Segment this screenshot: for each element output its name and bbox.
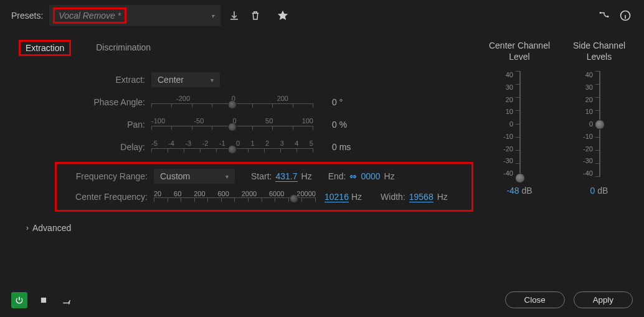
presets-dropdown[interactable]: Vocal Remove * ▾ xyxy=(49,5,220,26)
topbar: Presets: Vocal Remove * ▾ xyxy=(0,0,644,34)
loop-icon[interactable] xyxy=(60,293,75,308)
center-db-value[interactable]: -48 dB xyxy=(506,186,532,196)
cf-unit: Hz xyxy=(351,192,362,202)
pan-value[interactable]: 0 % xyxy=(332,120,376,130)
delay-value[interactable]: 0 ms xyxy=(332,142,376,152)
chevron-down-icon: ▾ xyxy=(211,12,214,19)
cf-slider[interactable]: 20 60 200 600 2000 6000 20000 xyxy=(154,190,316,204)
tick: 20000 xyxy=(296,190,316,197)
end-unit: Hz xyxy=(384,171,395,181)
tick: 1 xyxy=(251,140,255,147)
advanced-label: Advanced xyxy=(32,223,71,233)
extract-label: Extract: xyxy=(11,75,151,85)
preset-value: Vocal Remove * xyxy=(53,7,126,24)
slider-knob[interactable] xyxy=(228,123,237,131)
routing-icon[interactable] xyxy=(597,8,612,23)
tick: 50 xyxy=(265,117,273,125)
right-column: Center Channel Level 40 30 20 10 0 -10 -… xyxy=(486,34,633,244)
center-channel-level: Center Channel Level 40 30 20 10 0 -10 -… xyxy=(486,40,553,244)
extract-dropdown[interactable]: Center ▾ xyxy=(151,72,220,87)
tick: 200 xyxy=(277,95,288,102)
tick: 4 xyxy=(295,140,298,147)
tick: -40 xyxy=(498,169,513,177)
chevron-down-icon: ▾ xyxy=(225,173,229,180)
row-frequency-range: Frequency Range: Custom ▾ Start: 431.7 H… xyxy=(62,169,466,184)
svg-point-0 xyxy=(600,12,601,14)
phase-value[interactable]: 0 ° xyxy=(332,97,376,107)
freq-range-dropdown[interactable]: Custom ▾ xyxy=(154,169,235,184)
freq-range-label: Frequency Range: xyxy=(62,171,154,181)
close-button[interactable]: Close xyxy=(505,291,565,308)
tick: -2 xyxy=(202,140,209,147)
slider-knob[interactable] xyxy=(228,145,237,154)
tick: -4 xyxy=(168,140,174,147)
main-area: Extraction Discrimination Extract: Cente… xyxy=(0,34,644,244)
tick: 20 xyxy=(154,190,161,197)
bottombar: Close Apply xyxy=(0,285,644,317)
cf-value[interactable]: 10216 xyxy=(324,192,349,202)
tick: 200 xyxy=(194,190,205,197)
row-extract: Extract: Center ▾ xyxy=(11,72,473,87)
slider-knob[interactable] xyxy=(515,173,525,183)
advanced-toggle[interactable]: › Advanced xyxy=(11,212,473,244)
tick: 30 xyxy=(498,83,513,91)
tabs: Extraction Discrimination xyxy=(11,40,473,56)
side-level-title: Side Channel Levels xyxy=(566,40,633,64)
delay-slider[interactable]: -5 -4 -3 -2 -1 0 1 2 3 4 5 xyxy=(151,140,313,154)
tick: -40 xyxy=(578,169,593,177)
tick: 100 xyxy=(302,117,313,125)
tick: -20 xyxy=(578,145,593,153)
db-unit: dB xyxy=(597,186,608,196)
apply-button[interactable]: Apply xyxy=(574,291,633,308)
chevron-down-icon: ▾ xyxy=(211,77,214,83)
info-icon[interactable] xyxy=(618,8,633,23)
phase-label: Phase Angle: xyxy=(11,97,151,107)
tick: -1 xyxy=(219,140,225,147)
favorite-icon[interactable] xyxy=(275,8,290,23)
start-label: Start: xyxy=(251,171,272,181)
db-unit: dB xyxy=(522,186,533,196)
tick: -5 xyxy=(151,140,158,147)
tick: 0 xyxy=(236,140,240,147)
start-unit: Hz xyxy=(301,171,312,181)
tick: -200 xyxy=(176,95,190,102)
tab-extraction[interactable]: Extraction xyxy=(19,40,71,56)
end-value[interactable]: 0000 xyxy=(361,171,380,181)
pan-label: Pan: xyxy=(11,120,151,130)
tick: 60 xyxy=(174,190,181,197)
tick: -10 xyxy=(498,133,513,140)
db-number: -48 xyxy=(506,186,519,196)
width-value[interactable]: 19568 xyxy=(409,192,433,202)
slider-knob[interactable] xyxy=(595,120,605,130)
tick: 30 xyxy=(578,83,593,91)
tab-discrimination[interactable]: Discrimination xyxy=(92,40,154,56)
start-value[interactable]: 431.7 xyxy=(275,171,297,182)
side-level-slider[interactable]: 40 30 20 10 0 -10 -20 -30 -40 xyxy=(587,71,612,177)
db-number: 0 xyxy=(590,186,595,196)
slider-knob[interactable] xyxy=(290,194,298,203)
tick: -3 xyxy=(185,140,191,147)
phase-slider[interactable]: -200 0 200 xyxy=(151,95,313,110)
tick: 0 xyxy=(578,120,593,128)
center-level-title: Center Channel Level xyxy=(486,40,553,64)
tick: 40 xyxy=(578,71,593,78)
center-level-slider[interactable]: 40 30 20 10 0 -10 -20 -30 -40 xyxy=(507,71,532,177)
tick: -10 xyxy=(578,133,593,140)
save-preset-icon[interactable] xyxy=(227,8,242,23)
delay-label: Delay: xyxy=(11,142,151,152)
delete-preset-icon[interactable] xyxy=(248,8,263,23)
tick: 40 xyxy=(498,71,513,78)
scrub-icon[interactable]: ⇔ xyxy=(349,171,357,181)
pan-slider[interactable]: -100 -50 0 50 100 xyxy=(151,117,313,132)
slider-knob[interactable] xyxy=(228,100,237,109)
stop-preview-icon[interactable] xyxy=(36,293,51,308)
tick: 6000 xyxy=(269,190,284,197)
row-phase-angle: Phase Angle: -200 0 200 0 ° xyxy=(11,95,473,110)
tick: 3 xyxy=(280,140,284,147)
side-channel-levels: Side Channel Levels 40 30 20 10 0 -10 -2… xyxy=(566,40,633,244)
tick: 10 xyxy=(578,108,593,115)
power-button[interactable] xyxy=(11,292,27,308)
side-db-value[interactable]: 0 dB xyxy=(590,186,608,196)
row-pan: Pan: -100 -50 0 50 100 0 % xyxy=(11,117,473,132)
width-label: Width: xyxy=(381,192,405,202)
